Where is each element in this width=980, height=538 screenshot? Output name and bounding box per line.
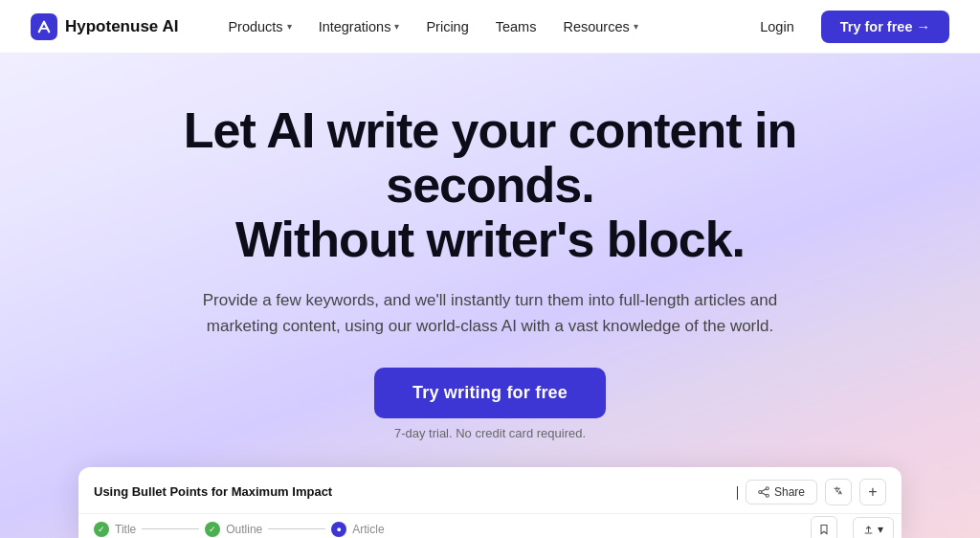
svg-rect-0 [31,13,57,40]
cta-subtext: 7-day trial. No credit card required. [394,426,586,440]
cta-area: Try writing for free 7-day trial. No cre… [374,368,606,440]
nav-item-pricing[interactable]: Pricing [414,13,479,40]
try-for-free-button[interactable]: Try for free → [821,11,949,43]
hero-section: Let AI write your content in seconds. Wi… [0,54,980,538]
nav-item-resources[interactable]: Resources ▾ [551,13,649,40]
hero-heading: Let AI write your content in seconds. Wi… [98,103,882,268]
nav-item-products[interactable]: Products ▾ [216,13,302,40]
card-header-right: Share + [737,479,886,505]
translate-icon [833,485,845,498]
upload-button[interactable]: ▾ [853,517,894,538]
logo-text: Hypotenuse AI [65,17,178,36]
translate-button[interactable] [825,479,852,505]
login-button[interactable]: Login [745,11,809,42]
cursor-field [737,484,738,500]
nav-links: Products ▾ Integrations ▾ Pricing Teams … [216,13,745,40]
chevron-down-icon: ▾ [287,21,292,32]
navbar: Hypotenuse AI Products ▾ Integrations ▾ … [0,0,980,54]
step-title-dot: ✓ [94,522,109,537]
nav-item-integrations[interactable]: Integrations ▾ [307,13,412,40]
chevron-down-icon: ▾ [634,21,638,32]
card-header: Using Bullet Points for Maximum Impact S… [78,467,902,514]
step-line-1 [142,528,199,529]
card-steps: ✓ Title ✓ Outline ● Article [78,514,400,538]
svg-point-2 [759,490,762,493]
step-outline-dot: ✓ [205,522,220,537]
svg-point-3 [766,494,768,497]
step-article-dot: ● [331,522,346,537]
svg-point-1 [766,487,768,490]
nav-actions: Login Try for free → [745,11,949,43]
logo[interactable]: Hypotenuse AI [31,13,178,40]
nav-item-teams[interactable]: Teams [484,13,548,40]
upload-icon [863,525,874,535]
card-title: Using Bullet Points for Maximum Impact [94,484,332,499]
bookmark-icon [818,524,830,535]
step-line-2 [268,528,325,529]
bookmark-button[interactable] [811,516,837,538]
cta-button[interactable]: Try writing for free [374,368,606,418]
step-outline: ✓ Outline [205,522,262,537]
preview-card: Using Bullet Points for Maximum Impact S… [78,467,902,538]
cursor-blink [737,486,738,500]
add-button[interactable]: + [859,479,886,505]
step-article: ● Article [331,522,384,537]
logo-icon [31,13,57,40]
share-icon [758,486,769,498]
hero-subtext: Provide a few keywords, and we'll instan… [193,287,787,339]
step-title: ✓ Title [94,522,136,537]
chevron-down-icon: ▾ [394,21,399,32]
share-button[interactable]: Share [746,480,817,504]
